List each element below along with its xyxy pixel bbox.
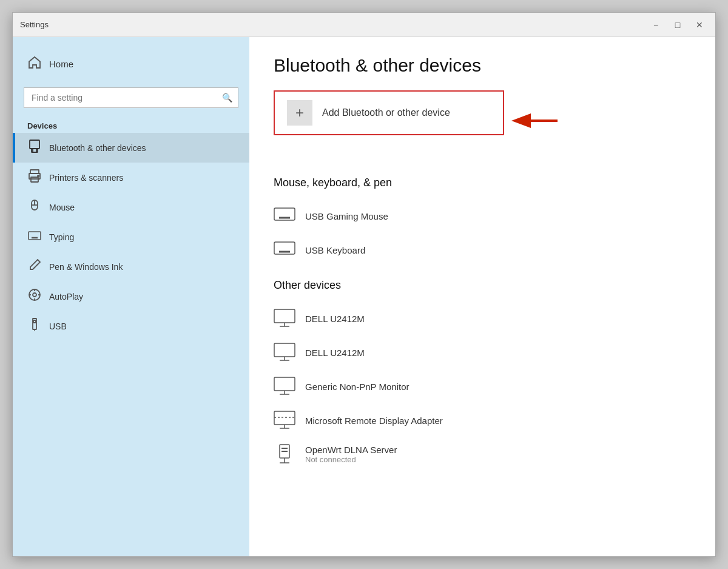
device-openwrt-info: OpenWrt DLNA Server Not connected — [305, 445, 397, 464]
sidebar-item-bluetooth[interactable]: Bluetooth & other devices — [13, 133, 249, 163]
svg-rect-63 — [274, 309, 295, 323]
device-usb-gaming-mouse: USB Gaming Mouse — [274, 199, 691, 233]
device-name: Generic Non-PnP Monitor — [305, 382, 409, 392]
device-generic-monitor: Generic Non-PnP Monitor — [274, 369, 691, 403]
sidebar: Home 🔍 Devices Bluetooth & other devic — [13, 37, 249, 556]
mouse-icon — [27, 198, 41, 216]
other-devices-section-title: Other devices — [274, 279, 691, 292]
search-box[interactable]: 🔍 — [24, 87, 238, 108]
content-area: Home 🔍 Devices Bluetooth & other devic — [13, 37, 715, 556]
monitor-icon-2 — [274, 342, 295, 363]
sidebar-item-printers[interactable]: Printers & scanners — [13, 163, 249, 192]
svg-rect-32 — [33, 320, 36, 323]
sidebar-section-label: Devices — [13, 116, 249, 133]
keyboard-icon-1 — [274, 205, 295, 227]
device-openwrt: OpenWrt DLNA Server Not connected — [274, 437, 691, 471]
sidebar-autoplay-label: AutoPlay — [49, 292, 83, 301]
device-name: OpenWrt DLNA Server — [305, 445, 397, 455]
svg-rect-66 — [274, 343, 295, 357]
settings-window: Settings − □ ✕ Home 🔍 Devices — [12, 12, 716, 557]
home-label: Home — [49, 59, 73, 69]
device-name: Microsoft Remote Display Adapter — [305, 416, 443, 426]
device-usb-keyboard-info: USB Keyboard — [305, 245, 365, 255]
usb-icon — [27, 317, 41, 335]
search-input[interactable] — [24, 87, 238, 108]
svg-point-7 — [38, 175, 39, 177]
device-dell-1: DELL U2412M — [274, 301, 691, 335]
sidebar-item-typing[interactable]: Typing — [13, 222, 249, 252]
device-dell-2-info: DELL U2412M — [305, 348, 365, 358]
sidebar-mouse-label: Mouse — [49, 203, 75, 212]
monitor-icon-1 — [274, 308, 295, 329]
home-icon — [27, 55, 42, 73]
add-plus-icon: + — [287, 100, 312, 126]
device-status: Not connected — [305, 455, 397, 464]
device-name: USB Gaming Mouse — [305, 211, 388, 221]
typing-icon — [27, 228, 41, 246]
pen-icon — [27, 258, 41, 275]
add-device-button[interactable]: + Add Bluetooth or other device — [274, 90, 504, 135]
media-server-icon — [274, 443, 295, 465]
bluetooth-icon — [27, 139, 41, 157]
main-content: Bluetooth & other devices + Add Bluetoot… — [249, 37, 715, 556]
printer-icon — [27, 169, 41, 186]
device-generic-monitor-info: Generic Non-PnP Monitor — [305, 382, 409, 392]
sidebar-usb-label: USB — [49, 322, 67, 331]
svg-rect-72 — [274, 411, 295, 425]
device-ms-remote-info: Microsoft Remote Display Adapter — [305, 416, 443, 426]
device-usb-keyboard: USB Keyboard — [274, 233, 691, 267]
add-device-label: Add Bluetooth or other device — [322, 107, 450, 118]
display-adapter-icon — [274, 409, 295, 431]
device-dell-1-info: DELL U2412M — [305, 314, 365, 324]
minimize-button[interactable]: − — [647, 16, 664, 33]
page-title: Bluetooth & other devices — [274, 55, 691, 76]
title-bar: Settings − □ ✕ — [13, 13, 715, 37]
sidebar-item-mouse[interactable]: Mouse — [13, 192, 249, 222]
svg-rect-69 — [274, 377, 295, 391]
svg-rect-6 — [31, 177, 38, 182]
sidebar-printers-label: Printers & scanners — [49, 173, 123, 183]
device-name: DELL U2412M — [305, 314, 365, 324]
monitor-icon-3 — [274, 375, 295, 397]
svg-point-25 — [33, 293, 36, 297]
svg-rect-0 — [30, 140, 39, 149]
keyboard-icon-2 — [274, 239, 295, 261]
device-name: USB Keyboard — [305, 245, 365, 255]
device-dell-2: DELL U2412M — [274, 335, 691, 369]
sidebar-item-autoplay[interactable]: AutoPlay — [13, 281, 249, 311]
device-ms-remote: Microsoft Remote Display Adapter — [274, 403, 691, 437]
arrow-annotation — [510, 109, 559, 135]
close-button[interactable]: ✕ — [691, 16, 708, 33]
sidebar-pen-label: Pen & Windows Ink — [49, 262, 123, 272]
window-controls: − □ ✕ — [647, 16, 708, 33]
autoplay-icon — [27, 288, 41, 305]
device-usb-gaming-mouse-info: USB Gaming Mouse — [305, 211, 388, 221]
device-name: DELL U2412M — [305, 348, 365, 358]
search-icon: 🔍 — [222, 93, 232, 103]
sidebar-typing-label: Typing — [49, 232, 74, 242]
sidebar-item-pen[interactable]: Pen & Windows Ink — [13, 252, 249, 281]
mouse-keyboard-section: Mouse, keyboard, & pen — [274, 177, 691, 267]
mouse-keyboard-section-title: Mouse, keyboard, & pen — [274, 177, 691, 189]
maximize-button[interactable]: □ — [669, 16, 686, 33]
sidebar-bluetooth-label: Bluetooth & other devices — [49, 143, 146, 153]
other-devices-section: Other devices DELL U2412M — [274, 279, 691, 471]
sidebar-item-home[interactable]: Home — [13, 49, 249, 79]
sidebar-item-usb[interactable]: USB — [13, 311, 249, 341]
window-title: Settings — [20, 20, 49, 29]
